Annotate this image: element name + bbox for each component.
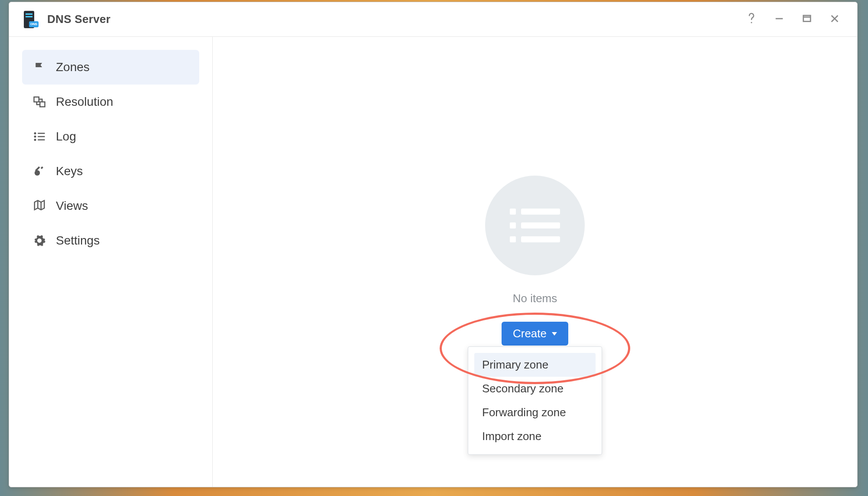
svg-point-14 (35, 170, 40, 176)
sidebar-item-log[interactable]: Log (22, 119, 199, 154)
menu-item-import-zone[interactable]: Import zone (474, 424, 596, 448)
minimize-icon (774, 14, 784, 25)
help-icon (746, 12, 757, 27)
sidebar-item-label: Keys (56, 164, 83, 178)
views-icon (31, 197, 48, 215)
svg-rect-13 (38, 139, 45, 140)
sidebar-item-label: Zones (56, 60, 90, 74)
svg-rect-16 (41, 166, 43, 169)
svg-rect-11 (38, 136, 45, 137)
window-body: Zones Resolution (9, 37, 857, 487)
sidebar-item-keys[interactable]: Keys (22, 154, 199, 189)
minimize-button[interactable] (765, 6, 793, 33)
empty-text: No items (513, 292, 557, 305)
window-title: DNS Server (47, 13, 110, 26)
maximize-icon (802, 14, 812, 25)
sidebar-item-settings[interactable]: Settings (22, 223, 199, 258)
help-button[interactable] (738, 6, 765, 33)
sidebar-item-label: Settings (56, 234, 100, 248)
chevron-down-icon (552, 332, 557, 336)
sidebar-item-zones[interactable]: Zones (22, 50, 199, 85)
app-window: DNS Server (9, 2, 858, 487)
sidebar-item-label: Views (56, 199, 88, 213)
flag-icon (31, 59, 48, 76)
svg-rect-9 (38, 133, 45, 134)
menu-item-forwarding-zone[interactable]: Forwarding zone (474, 401, 596, 424)
svg-point-10 (34, 136, 36, 138)
gear-icon (31, 232, 48, 249)
main-panel: No items Create Primary zone Secondary z… (213, 37, 857, 487)
create-button[interactable]: Create (502, 322, 568, 346)
app-icon (21, 11, 39, 28)
sidebar-item-resolution[interactable]: Resolution (22, 85, 199, 119)
svg-rect-2 (803, 15, 811, 21)
maximize-button[interactable] (793, 6, 821, 33)
create-button-label: Create (513, 327, 547, 340)
log-icon (31, 128, 48, 145)
svg-point-0 (751, 22, 752, 23)
svg-rect-6 (34, 97, 39, 102)
titlebar: DNS Server (9, 2, 857, 37)
create-dropdown: Primary zone Secondary zone Forwarding z… (468, 346, 602, 455)
key-icon (31, 163, 48, 180)
svg-point-8 (34, 132, 36, 134)
sidebar-item-label: Log (56, 130, 76, 144)
svg-point-12 (34, 139, 36, 141)
menu-item-primary-zone[interactable]: Primary zone (474, 353, 596, 377)
close-button[interactable] (821, 6, 849, 33)
sidebar: Zones Resolution (9, 37, 213, 487)
sidebar-item-views[interactable]: Views (22, 189, 199, 223)
menu-item-secondary-zone[interactable]: Secondary zone (474, 377, 596, 401)
empty-state: No items Create (485, 176, 585, 346)
sidebar-item-label: Resolution (56, 95, 113, 109)
close-icon (830, 14, 839, 25)
svg-rect-7 (40, 102, 45, 107)
empty-list-icon (485, 176, 585, 275)
resolution-icon (31, 93, 48, 111)
